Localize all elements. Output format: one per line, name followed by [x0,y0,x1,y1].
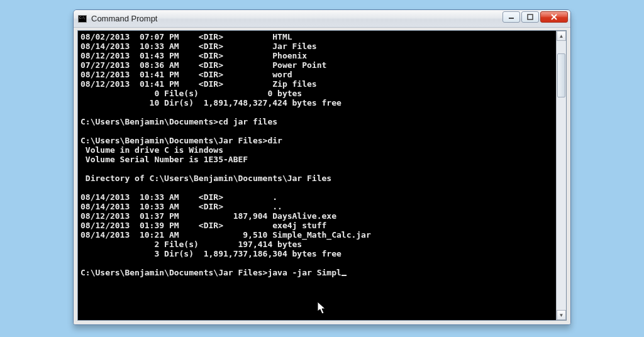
scrollbar[interactable]: ▲ ▼ [556,31,566,320]
maximize-button[interactable] [521,11,539,23]
command-prompt-window: Command Prompt 08/02/2013 07:07 PM <DIR>… [73,9,571,325]
svg-rect-1 [528,14,533,19]
scroll-thumb[interactable] [557,53,565,97]
scroll-up-button[interactable]: ▲ [557,31,566,41]
app-icon [77,14,87,24]
text-cursor [341,275,347,276]
scroll-down-button[interactable]: ▼ [557,310,566,320]
console-output[interactable]: 08/02/2013 07:07 PM <DIR> HTML 08/14/201… [78,31,556,320]
window-controls [502,11,568,23]
console-container: 08/02/2013 07:07 PM <DIR> HTML 08/14/201… [77,30,567,321]
close-button[interactable] [540,11,568,23]
titlebar[interactable]: Command Prompt [74,10,570,28]
minimize-button[interactable] [502,11,520,23]
client-area: 08/02/2013 07:07 PM <DIR> HTML 08/14/201… [74,28,570,324]
window-title: Command Prompt [91,14,157,23]
scroll-track[interactable] [557,41,566,310]
